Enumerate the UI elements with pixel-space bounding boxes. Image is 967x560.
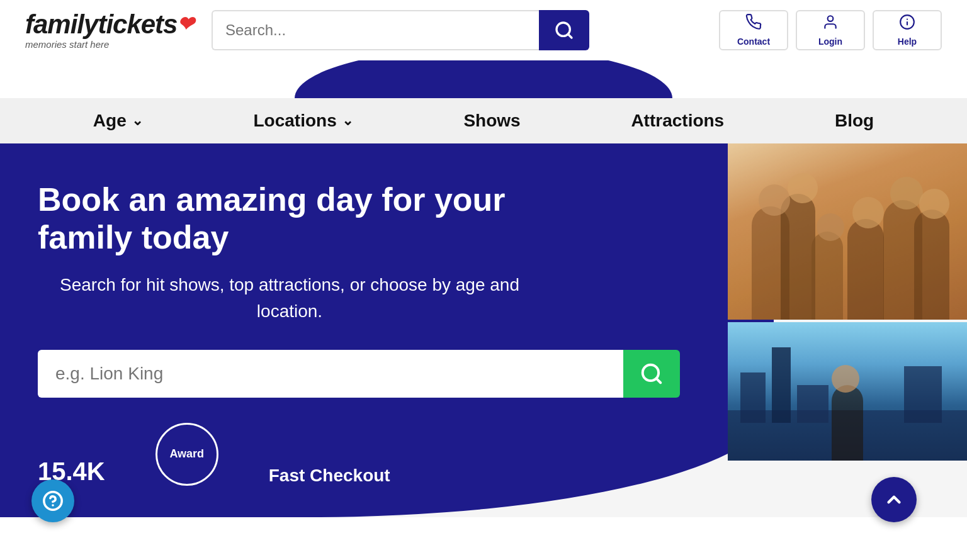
nav-blog-label: Blog [835,111,874,131]
hero-search-input[interactable] [38,350,623,398]
stat-award: Award [156,423,218,486]
header-actions: Contact Login Help [719,10,942,50]
hero-search-row [38,350,680,398]
help-label: Help [898,36,917,47]
stat-checkout: Fast Checkout [269,466,390,486]
nav-age[interactable]: Age ⌄ [74,98,162,143]
phone-icon [745,14,762,34]
hero-photo-top [728,143,967,320]
main-nav: Age ⌄ Locations ⌄ Shows Attractions Blog [0,98,967,143]
nav-shows-label: Shows [463,111,520,131]
hero-photos [728,143,967,517]
header-search-button[interactable] [539,10,589,50]
city-photo [728,322,967,461]
logo-tickets: tickets [98,9,177,39]
header-arch-decoration [0,60,967,98]
stats-row: 15.4K Award Fast Checkout [38,423,686,492]
logo[interactable]: familytickets❤ memories start here [25,11,201,50]
chevron-up-icon [883,489,905,510]
hero-photo-bottom [728,322,967,461]
contact-label: Contact [737,36,770,47]
chevron-down-icon: ⌄ [132,113,143,129]
fast-checkout-label: Fast Checkout [269,466,390,486]
login-label: Login [818,36,842,47]
chevron-down-icon: ⌄ [342,113,353,129]
nav-attractions-label: Attractions [631,111,724,131]
search-icon [554,20,574,40]
hero-subtitle: Search for hit shows, top attractions, o… [38,272,541,325]
nav-shows[interactable]: Shows [444,98,539,143]
hero-section: Book an amazing day for your family toda… [0,143,967,517]
logo-tagline: memories start here [25,39,109,50]
svg-line-1 [568,34,572,38]
logo-text: familytickets❤ [25,11,193,38]
nav-age-label: Age [93,111,127,131]
svg-line-7 [656,378,660,383]
hero-title: Book an amazing day for your family toda… [38,181,604,257]
award-circle: Award [156,423,218,486]
header-search-input[interactable] [212,10,539,50]
award-label: Award [169,447,204,461]
user-icon [822,14,839,34]
contact-button[interactable]: Contact [719,10,788,50]
family-photo [728,143,967,320]
svg-point-2 [828,16,834,21]
help-bubble[interactable] [31,479,74,522]
logo-heart: ❤ [177,13,193,35]
header-search-wrapper [212,10,589,50]
search-icon [640,362,664,386]
nav-blog[interactable]: Blog [816,98,893,143]
question-mark-icon [42,490,64,512]
logo-family: family [25,9,98,39]
site-header: familytickets❤ memories start here Conta… [0,0,967,60]
help-button[interactable]: Help [873,10,942,50]
info-icon [899,14,915,34]
hero-search-button[interactable] [623,350,680,398]
scroll-top-button[interactable] [871,477,917,522]
nav-locations[interactable]: Locations ⌄ [234,98,371,143]
nav-attractions[interactable]: Attractions [612,98,743,143]
login-button[interactable]: Login [796,10,865,50]
hero-content: Book an amazing day for your family toda… [0,143,724,517]
nav-locations-label: Locations [253,111,336,131]
